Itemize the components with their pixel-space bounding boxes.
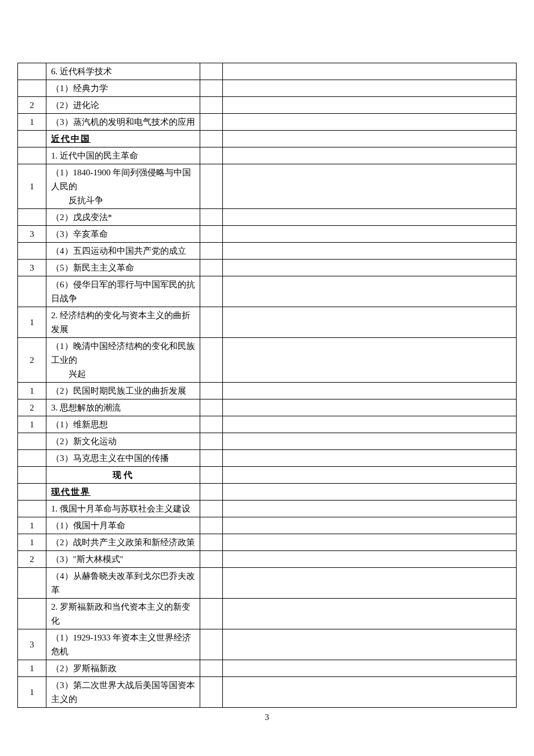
row-number-cell: 2 — [18, 97, 46, 114]
document-page: 6. 近代科学技术（1）经典力学2（2）进化论1（3）蒸汽机的发明和电气技术的应… — [0, 0, 534, 756]
table-row: 23. 思想解放的潮流 — [18, 399, 517, 416]
row-content-text: （4）从赫鲁晓夫改革到戈尔巴乔夫改革 — [51, 571, 195, 595]
row-col3-cell — [200, 276, 223, 307]
row-number-cell — [18, 276, 46, 307]
row-col3-cell — [200, 629, 223, 660]
row-content-cell: 1. 俄国十月革命与苏联社会主义建设 — [46, 501, 200, 517]
row-content-cell: （3）"斯大林模式" — [46, 551, 200, 568]
row-content-text: 1. 俄国十月革命与苏联社会主义建设 — [51, 504, 190, 513]
table-row: 1（3）第二次世界大战后美国等国资本主义的 — [18, 677, 517, 708]
row-content-cell: 6. 近代科学技术 — [46, 63, 200, 80]
row-content-cell: 现代世界 — [46, 484, 200, 501]
row-col3-cell — [200, 243, 223, 260]
row-col3-cell — [200, 338, 223, 383]
row-content-cell: 2. 经济结构的变化与资本主义的曲折发展 — [46, 307, 200, 338]
row-content-cell: （2）新文化运动 — [46, 433, 200, 450]
row-number-cell — [18, 568, 46, 599]
row-col3-cell — [200, 467, 223, 484]
subsection-heading: 现代世界 — [51, 487, 91, 496]
row-content-text: 6. 近代科学技术 — [51, 67, 112, 76]
row-content-cell: （2）罗斯福新政 — [46, 660, 200, 677]
table-row: 2. 罗斯福新政和当代资本主义的新变化 — [18, 599, 517, 629]
row-col4-cell — [223, 568, 517, 599]
table-row: 3（1）1929-1933 年资本主义世界经济危机 — [18, 629, 517, 660]
row-content-text: （2）进化论 — [51, 100, 99, 110]
row-content-cell: 3. 思想解放的潮流 — [46, 399, 200, 416]
row-col3-cell — [200, 677, 223, 708]
table-row: 1（1）1840-1900 年间列强侵略与中国人民的反抗斗争 — [18, 164, 517, 209]
row-col4-cell — [223, 114, 517, 131]
row-col3-cell — [200, 599, 223, 629]
row-content-cell: 现代 — [46, 467, 200, 484]
row-content-text-line2: 反抗斗争 — [51, 193, 196, 207]
row-content-text: 3. 思想解放的潮流 — [51, 403, 121, 412]
row-content-cell: 近代中国 — [46, 131, 200, 147]
table-row: （3）马克思主义在中国的传播 — [18, 450, 517, 467]
row-content-text: （1）俄国十月革命 — [51, 521, 125, 530]
row-col3-cell — [200, 97, 223, 114]
row-col3-cell — [200, 534, 223, 551]
row-col4-cell — [223, 97, 517, 114]
table-row: （1）经典力学 — [18, 80, 517, 97]
row-content-text: （5）新民主主义革命 — [51, 263, 134, 272]
row-col4-cell — [223, 551, 517, 568]
row-number-cell: 1 — [18, 307, 46, 338]
row-content-cell: （1）维新思想 — [46, 416, 200, 433]
table-row: 1（1）维新思想 — [18, 416, 517, 433]
row-col4-cell — [223, 260, 517, 276]
row-col4-cell — [223, 660, 517, 677]
row-number-cell: 1 — [18, 164, 46, 209]
row-col3-cell — [200, 63, 223, 80]
table-row: 现代 — [18, 467, 517, 484]
row-number-cell — [18, 467, 46, 484]
row-number-cell: 2 — [18, 338, 46, 383]
row-number-cell: 3 — [18, 260, 46, 276]
row-content-text: （3）第二次世界大战后美国等国资本主义的 — [51, 681, 195, 704]
row-number-cell — [18, 433, 46, 450]
row-number-cell: 1 — [18, 383, 46, 399]
table-row: （2）戊戌变法* — [18, 209, 517, 226]
row-number-cell — [18, 599, 46, 629]
row-col3-cell — [200, 517, 223, 534]
row-content-cell: （1）经典力学 — [46, 80, 200, 97]
row-number-cell: 3 — [18, 226, 46, 243]
row-col3-cell — [200, 131, 223, 147]
row-col3-cell — [200, 399, 223, 416]
row-number-cell: 1 — [18, 416, 46, 433]
row-content-cell: （1）俄国十月革命 — [46, 517, 200, 534]
row-col4-cell — [223, 147, 517, 164]
table-row: 1（2）战时共产主义政策和新经济政策 — [18, 534, 517, 551]
row-content-text: （2）新文化运动 — [51, 437, 117, 446]
row-content-cell: （2）进化论 — [46, 97, 200, 114]
row-number-cell: 2 — [18, 399, 46, 416]
row-content-text-line2: 兴起 — [51, 367, 196, 381]
subsection-heading: 近代中国 — [51, 134, 91, 143]
table-row: 1（2）民国时期民族工业的曲折发展 — [18, 383, 517, 399]
row-content-text: （1）维新思想 — [51, 420, 108, 429]
row-content-text: （2）战时共产主义政策和新经济政策 — [51, 538, 195, 547]
row-col4-cell — [223, 131, 517, 147]
row-content-cell: （2）戊戌变法* — [46, 209, 200, 226]
row-col3-cell — [200, 416, 223, 433]
table-row: 2（3）"斯大林模式" — [18, 551, 517, 568]
row-col4-cell — [223, 164, 517, 209]
row-content-text: （1）1840-1900 年间列强侵略与中国人民的 — [51, 168, 191, 191]
table-row: （4）五四运动和中国共产党的成立 — [18, 243, 517, 260]
row-content-cell: （1）1840-1900 年间列强侵略与中国人民的反抗斗争 — [46, 164, 200, 209]
row-content-text: （3）"斯大林模式" — [51, 555, 124, 564]
table-row: （6）侵华日军的罪行与中国军民的抗日战争 — [18, 276, 517, 307]
row-number-cell: 1 — [18, 517, 46, 534]
row-col3-cell — [200, 209, 223, 226]
row-content-cell: （3）辛亥革命 — [46, 226, 200, 243]
table-row: 现代世界 — [18, 484, 517, 501]
syllabus-table: 6. 近代科学技术（1）经典力学2（2）进化论1（3）蒸汽机的发明和电气技术的应… — [17, 63, 517, 708]
row-col4-cell — [223, 416, 517, 433]
row-col3-cell — [200, 164, 223, 209]
table-row: 12. 经济结构的变化与资本主义的曲折发展 — [18, 307, 517, 338]
row-content-text: （3）辛亥革命 — [51, 229, 108, 239]
row-col4-cell — [223, 243, 517, 260]
row-content-cell: 1. 近代中国的民主革命 — [46, 147, 200, 164]
table-row: （4）从赫鲁晓夫改革到戈尔巴乔夫改革 — [18, 568, 517, 599]
row-content-cell: （1）晚清中国经济结构的变化和民族工业的兴起 — [46, 338, 200, 383]
row-content-text: （6）侵华日军的罪行与中国军民的抗日战争 — [51, 280, 195, 303]
